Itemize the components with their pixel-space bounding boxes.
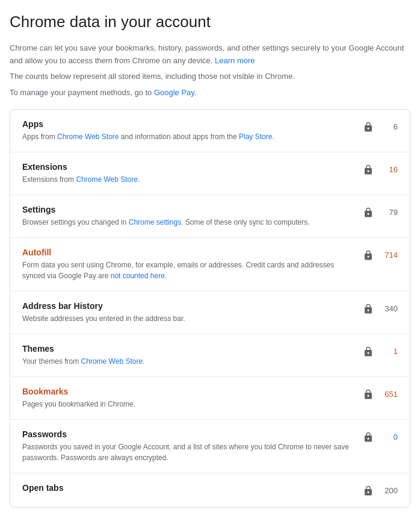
item-count-autofill: 714 <box>381 251 398 260</box>
item-desc-link-autofill[interactable]: not counted here <box>111 272 165 280</box>
lock-icon-themes <box>362 345 375 358</box>
lock-icon-autofill <box>362 249 375 262</box>
item-title-extensions: Extensions <box>22 162 352 172</box>
item-desc-address-bar-history: Website addresses you entered in the add… <box>22 313 352 324</box>
lock-icon-address-bar-history <box>362 302 375 316</box>
lock-icon-settings <box>362 206 375 219</box>
intro-line1-text: Chrome can let you save your bookmarks, … <box>10 43 404 65</box>
lock-icon-bookmarks <box>362 388 375 401</box>
item-count-themes: 1 <box>381 347 398 356</box>
data-item-autofill: AutofillForm data you sent using Chrome,… <box>10 238 410 292</box>
item-desc-link-themes[interactable]: Chrome Web Store <box>81 357 143 366</box>
lock-icon-apps <box>362 120 375 134</box>
item-count-address-bar-history: 340 <box>381 304 398 313</box>
data-item-passwords: PasswordsPasswords you saved in your Goo… <box>10 420 410 473</box>
item-desc-extensions: Extensions from Chrome Web Store. <box>22 174 352 185</box>
data-item-open-tabs: Open tabs 200 <box>10 473 410 507</box>
page-title: Chrome data in your account <box>10 12 410 33</box>
item-title-settings: Settings <box>22 205 352 214</box>
item-title-open-tabs: Open tabs <box>22 483 352 493</box>
item-desc-link-apps[interactable]: Play Store <box>239 132 272 141</box>
item-desc-link-apps[interactable]: Chrome Web Store <box>57 132 119 141</box>
data-item-extensions: ExtensionsExtensions from Chrome Web Sto… <box>10 152 410 195</box>
item-count-extensions: 16 <box>381 165 398 174</box>
lock-icon-passwords <box>362 431 375 444</box>
item-desc-autofill: Form data you sent using Chrome, for exa… <box>22 260 352 281</box>
item-count-bookmarks: 651 <box>381 390 398 399</box>
lock-icon-open-tabs <box>362 484 375 497</box>
lock-icon-extensions <box>362 163 375 176</box>
item-desc-passwords: Passwords you saved in your Google Accou… <box>22 441 352 463</box>
intro-line2: The counts below represent all stored it… <box>10 70 410 83</box>
item-desc-bookmarks: Pages you bookmarked in Chrome. <box>22 399 352 410</box>
item-title-passwords: Passwords <box>22 429 352 439</box>
intro-line3-text: To manage your payment methods, go to <box>10 88 154 97</box>
intro-section: Chrome can let you save your bookmarks, … <box>10 42 410 99</box>
item-title-themes: Themes <box>22 344 352 354</box>
data-item-themes: ThemesYour themes from Chrome Web Store.… <box>10 334 410 377</box>
data-item-apps: AppsApps from Chrome Web Store and infor… <box>10 110 410 152</box>
item-count-open-tabs: 200 <box>381 486 398 495</box>
item-desc-link-settings[interactable]: Chrome settings <box>129 218 181 226</box>
item-count-passwords: 0 <box>381 432 398 441</box>
item-desc-link-extensions[interactable]: Chrome Web Store <box>76 175 138 184</box>
data-item-settings: SettingsBrowser settings you changed in … <box>10 195 410 238</box>
item-count-apps: 6 <box>381 122 398 131</box>
item-title-bookmarks: Bookmarks <box>22 387 352 396</box>
item-count-settings: 79 <box>381 208 398 217</box>
item-title-apps: Apps <box>22 119 352 129</box>
data-items-card: AppsApps from Chrome Web Store and infor… <box>10 109 410 508</box>
google-pay-link[interactable]: Google Pay <box>154 88 194 97</box>
item-title-autofill: Autofill <box>22 248 352 257</box>
item-desc-settings: Browser settings you changed in Chrome s… <box>22 217 352 228</box>
item-desc-themes: Your themes from Chrome Web Store. <box>22 356 352 367</box>
data-item-address-bar-history: Address bar HistoryWebsite addresses you… <box>10 292 410 334</box>
data-item-bookmarks: BookmarksPages you bookmarked in Chrome.… <box>10 377 410 420</box>
item-desc-apps: Apps from Chrome Web Store and informati… <box>22 131 352 142</box>
item-title-address-bar-history: Address bar History <box>22 301 352 311</box>
learn-more-link[interactable]: Learn more <box>215 56 255 65</box>
